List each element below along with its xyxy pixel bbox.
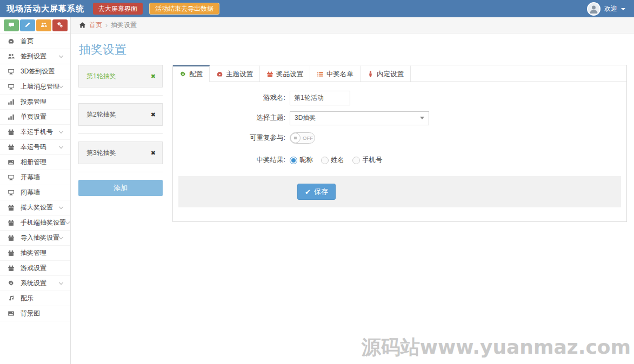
sidebar-item[interactable]: 签到设置 (0, 49, 70, 64)
sidebar-item[interactable]: 上墙消息管理 (0, 79, 70, 95)
sidebar: 首页 签到设置 3D签到设置 上墙消息管理 (0, 17, 71, 364)
save-button[interactable]: ✔ 保存 (297, 184, 336, 200)
gift-icon (8, 204, 16, 211)
round-card[interactable]: 第2轮抽奖 ✖ (78, 103, 163, 126)
gear-icon (179, 71, 186, 78)
sidebar-item[interactable]: 相册管理 (0, 155, 70, 170)
page-title: 抽奖设置 (79, 42, 627, 58)
gift-icon (8, 265, 16, 272)
game-name-input[interactable] (290, 91, 350, 105)
remove-round-icon[interactable]: ✖ (151, 150, 156, 157)
game-name-label: 游戏名: (173, 93, 290, 103)
radio-option[interactable]: 手机号 (352, 156, 383, 165)
sidebar-item[interactable]: 单页设置 (0, 110, 70, 125)
sidebar-item[interactable]: 背景图 (0, 306, 70, 321)
go-bigscreen-button[interactable]: 去大屏幕界面 (93, 3, 143, 15)
dashboard-icon (216, 71, 223, 78)
sidebar-item[interactable]: 幸运手机号 (0, 125, 70, 140)
pencil-icon (24, 22, 31, 30)
chevron-down-icon (59, 205, 63, 209)
users-icon (8, 53, 16, 60)
chevron-down-icon (59, 144, 63, 149)
monitor-icon (8, 83, 16, 90)
avatar (587, 2, 600, 16)
list-icon (317, 71, 324, 78)
chevron-down-icon (59, 235, 63, 239)
divider (78, 133, 163, 134)
remove-round-icon[interactable]: ✖ (151, 111, 156, 118)
image-icon (8, 310, 16, 317)
chevron-down-icon (59, 53, 63, 58)
sidebar-item[interactable]: 首页 (0, 34, 70, 49)
chart-icon (8, 113, 16, 120)
sidebar-item[interactable]: 配乐 (0, 291, 70, 306)
theme-label: 选择主题: (173, 113, 290, 123)
radio-icon (352, 157, 360, 164)
form-footer: ✔ 保存 (178, 176, 621, 207)
theme-select-value: 3D抽奖 (295, 113, 316, 123)
breadcrumb: 首页 › 抽奖设置 (71, 17, 634, 33)
round-card[interactable]: 第3轮抽奖 ✖ (78, 141, 163, 164)
sidebar-item[interactable]: 导入抽奖设置 (0, 231, 70, 246)
watermark: 源码站www.yuanmaz.com (362, 334, 631, 361)
sidebar-item[interactable]: 幸运号码 (0, 140, 70, 155)
sidebar-item[interactable]: 摇大奖设置 (0, 200, 70, 215)
settings-quick-button[interactable] (52, 19, 68, 31)
round-card[interactable]: 第1轮抽奖 ✖ (78, 65, 163, 87)
image-icon (8, 159, 16, 166)
radio-option[interactable]: 昵称 (290, 156, 313, 165)
monitor-icon (8, 189, 16, 196)
gift-icon (8, 234, 16, 241)
user-menu[interactable]: 欢迎 (587, 2, 634, 16)
radio-option[interactable]: 姓名 (321, 156, 344, 165)
music-icon (8, 295, 16, 302)
caret-down-icon (621, 8, 625, 10)
gift-icon (8, 250, 16, 257)
sidebar-item[interactable]: 开幕墙 (0, 170, 70, 185)
tab[interactable]: 中奖名单 (310, 65, 361, 82)
sidebar-item[interactable]: 3D签到设置 (0, 64, 70, 79)
chevron-down-icon (65, 220, 70, 224)
chevron-down-icon (59, 129, 63, 133)
chat-quick-button[interactable] (4, 19, 19, 31)
tab[interactable]: 奖品设置 (260, 65, 310, 82)
breadcrumb-home-link[interactable]: 首页 (89, 21, 102, 30)
remove-round-icon[interactable]: ✖ (151, 73, 156, 80)
tab[interactable]: 内定设置 (361, 65, 411, 82)
rounds-list: 第1轮抽奖 ✖ 第2轮抽奖 ✖ (78, 65, 163, 196)
chevron-down-icon (59, 84, 63, 88)
sidebar-item[interactable]: 系统设置 (0, 276, 70, 291)
add-round-button[interactable]: 添加 (78, 180, 163, 196)
repeat-label: 可重复参与: (173, 133, 290, 143)
divider (78, 95, 163, 96)
users-quick-button[interactable] (36, 19, 51, 31)
gift-icon (8, 219, 16, 226)
export-data-button[interactable]: 活动结束去导出数据 (149, 3, 219, 15)
dashboard-icon (8, 38, 16, 45)
tab[interactable]: 主题设置 (210, 65, 260, 82)
sidebar-item[interactable]: 投票管理 (0, 95, 70, 110)
sidebar-item[interactable]: 游戏设置 (0, 261, 70, 276)
top-header: 现场活动大屏幕系统 去大屏幕界面 活动结束去导出数据 欢迎 (0, 0, 634, 17)
sidebar-quick-buttons (0, 17, 70, 33)
breadcrumb-separator: › (105, 22, 108, 29)
check-icon: ✔ (305, 188, 311, 196)
result-label: 中奖结果: (173, 156, 290, 165)
gift-icon (266, 71, 273, 78)
home-icon (79, 22, 86, 29)
sidebar-item[interactable]: 闭幕墙 (0, 185, 70, 200)
select-caret-icon (420, 117, 424, 119)
sidebar-menu: 首页 签到设置 3D签到设置 上墙消息管理 (0, 33, 70, 321)
chat-icon (8, 22, 15, 30)
repeat-toggle[interactable]: OFF (290, 132, 315, 144)
person-icon (367, 71, 374, 78)
app-title[interactable]: 现场活动大屏幕系统 (0, 4, 93, 14)
theme-select[interactable]: 3D抽奖 (290, 111, 429, 125)
sidebar-item[interactable]: 手机端抽奖设置 (0, 215, 70, 231)
edit-quick-button[interactable] (20, 19, 35, 31)
tab[interactable]: 配置 (173, 65, 210, 82)
cogs-icon (57, 22, 63, 30)
settings-panel: 配置 主题设置 奖品设置 (172, 65, 627, 222)
sidebar-item[interactable]: 抽奖管理 (0, 246, 70, 261)
result-radio-group: 昵称 姓名 手机 (290, 156, 383, 165)
